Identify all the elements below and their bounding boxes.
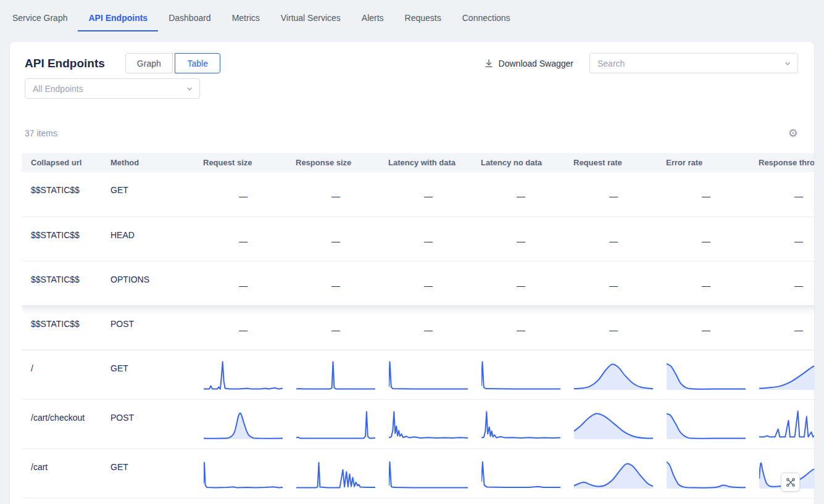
table-body: $$STATIC$$GET———————$$STATIC$$HEAD——————… bbox=[22, 172, 814, 498]
empty-metric: — bbox=[331, 172, 340, 201]
nav-item-alerts[interactable]: Alerts bbox=[351, 0, 394, 31]
endpoint-row[interactable]: $$STATIC$$OPTIONS——————— bbox=[22, 261, 814, 305]
endpoint-url: $$STATIC$$ bbox=[31, 306, 110, 329]
search-input[interactable] bbox=[590, 54, 797, 73]
column-header-error-rate: Error rate bbox=[660, 153, 752, 172]
request-size-sparkline bbox=[204, 358, 283, 392]
latency-no-data-sparkline bbox=[481, 408, 560, 441]
endpoint-row[interactable]: /cartGET bbox=[22, 448, 814, 498]
empty-metric: — bbox=[794, 306, 803, 335]
graph-view-button[interactable]: Graph bbox=[125, 53, 173, 73]
endpoint-url: $$STATIC$$ bbox=[31, 262, 110, 284]
table-header-row: Collapsed urlMethodRequest sizeResponse … bbox=[22, 153, 814, 172]
endpoint-method: GET bbox=[110, 350, 197, 373]
response-throughput-sparkline bbox=[759, 358, 814, 392]
nav-item-metrics[interactable]: Metrics bbox=[222, 0, 270, 31]
endpoint-url: $$STATIC$$ bbox=[31, 172, 110, 195]
empty-metric: — bbox=[609, 306, 618, 335]
column-header-request-size: Request size bbox=[197, 153, 289, 172]
endpoint-filter-value: All Endpoints bbox=[33, 84, 83, 94]
endpoint-row[interactable]: $$STATIC$$GET——————— bbox=[22, 172, 814, 217]
endpoint-url: $$STATIC$$ bbox=[31, 217, 110, 240]
download-swagger-button[interactable]: Download Swagger bbox=[484, 59, 573, 68]
column-header-response-size: Response size bbox=[289, 153, 382, 172]
empty-metric: — bbox=[609, 172, 618, 201]
latency-no-data-sparkline bbox=[481, 457, 560, 490]
response-size-sparkline bbox=[296, 408, 375, 441]
api-endpoints-panel: API Endpoints Graph Table Download Swagg… bbox=[10, 42, 814, 504]
empty-metric: — bbox=[331, 306, 340, 335]
search-box bbox=[589, 53, 798, 73]
endpoint-url: / bbox=[31, 350, 110, 373]
nav-item-requests[interactable]: Requests bbox=[394, 0, 452, 31]
view-toggle: Graph Table bbox=[125, 53, 220, 73]
empty-metric: — bbox=[794, 262, 803, 291]
endpoints-table: Collapsed urlMethodRequest sizeResponse … bbox=[22, 153, 814, 498]
response-size-sparkline bbox=[296, 457, 375, 490]
empty-metric: — bbox=[517, 217, 525, 246]
response-throughput-sparkline bbox=[759, 408, 814, 441]
endpoint-method: POST bbox=[110, 306, 197, 329]
chevron-down-icon bbox=[784, 60, 791, 67]
gear-icon[interactable]: ⚙ bbox=[788, 128, 798, 139]
endpoint-row[interactable]: $$STATIC$$HEAD——————— bbox=[22, 217, 814, 261]
response-size-sparkline bbox=[296, 358, 375, 392]
request-size-sparkline bbox=[204, 457, 283, 490]
nav-item-service-graph[interactable]: Service Graph bbox=[12, 0, 78, 31]
request-rate-sparkline bbox=[574, 358, 653, 392]
empty-metric: — bbox=[794, 172, 803, 201]
error-rate-sparkline bbox=[667, 457, 746, 490]
items-count: 37 items bbox=[25, 128, 57, 138]
column-header-request-rate: Request rate bbox=[567, 153, 660, 172]
column-header-collapsed-url: Collapsed url bbox=[22, 153, 110, 172]
request-rate-sparkline bbox=[574, 408, 653, 441]
page-title: API Endpoints bbox=[25, 57, 105, 70]
nav-item-connections[interactable]: Connections bbox=[452, 0, 521, 31]
nav-item-virtual-services[interactable]: Virtual Services bbox=[270, 0, 351, 31]
request-rate-sparkline bbox=[574, 457, 653, 490]
endpoint-method: HEAD bbox=[110, 217, 197, 240]
endpoint-method: POST bbox=[110, 400, 197, 423]
empty-metric: — bbox=[331, 217, 340, 246]
endpoint-filter-select[interactable]: All Endpoints bbox=[25, 78, 200, 99]
latency-with-data-sparkline bbox=[389, 408, 468, 441]
download-icon bbox=[484, 59, 494, 68]
nav-item-dashboard[interactable]: Dashboard bbox=[158, 0, 222, 31]
empty-metric: — bbox=[424, 217, 433, 246]
endpoint-row[interactable]: $$STATIC$$POST——————— bbox=[22, 305, 814, 350]
endpoint-method: GET bbox=[110, 449, 197, 472]
endpoint-url: /cart/checkout bbox=[31, 400, 110, 423]
expand-button[interactable] bbox=[781, 473, 800, 492]
empty-metric: — bbox=[424, 172, 433, 201]
empty-metric: — bbox=[517, 306, 525, 335]
empty-metric: — bbox=[702, 217, 710, 246]
request-size-sparkline bbox=[204, 408, 283, 441]
empty-metric: — bbox=[239, 217, 248, 246]
error-rate-sparkline bbox=[667, 408, 746, 441]
empty-metric: — bbox=[331, 262, 340, 291]
endpoint-method: OPTIONS bbox=[110, 262, 197, 284]
empty-metric: — bbox=[702, 306, 710, 335]
column-header-response-throughput: Response throughput bbox=[752, 153, 814, 172]
column-header-latency-with-data: Latency with data bbox=[382, 153, 475, 172]
endpoint-method: GET bbox=[110, 172, 197, 195]
endpoint-row[interactable]: /cart/checkoutPOST bbox=[22, 399, 814, 448]
download-swagger-label: Download Swagger bbox=[499, 59, 573, 68]
empty-metric: — bbox=[609, 217, 618, 246]
latency-no-data-sparkline bbox=[481, 358, 560, 392]
empty-metric: — bbox=[424, 306, 433, 335]
table-view-button[interactable]: Table bbox=[175, 53, 220, 73]
latency-with-data-sparkline bbox=[389, 358, 468, 392]
empty-metric: — bbox=[517, 262, 525, 291]
chevron-down-icon bbox=[186, 85, 193, 93]
endpoint-url: /cart bbox=[31, 449, 110, 472]
column-header-method: Method bbox=[110, 153, 197, 172]
empty-metric: — bbox=[702, 172, 710, 201]
nav-item-api-endpoints[interactable]: API Endpoints bbox=[78, 0, 158, 31]
latency-with-data-sparkline bbox=[389, 457, 468, 490]
empty-metric: — bbox=[794, 217, 803, 246]
empty-metric: — bbox=[517, 172, 525, 201]
empty-metric: — bbox=[239, 306, 248, 335]
endpoint-row[interactable]: /GET bbox=[22, 350, 814, 399]
empty-metric: — bbox=[702, 262, 710, 291]
